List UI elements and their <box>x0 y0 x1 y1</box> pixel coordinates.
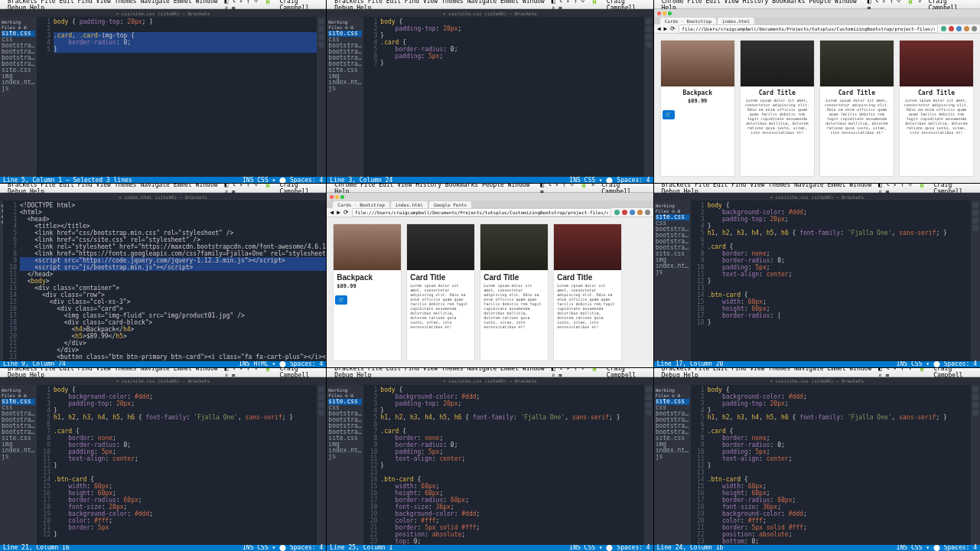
address-bar[interactable]: ◀ ▶ ⟳ <box>654 24 980 34</box>
right-strip[interactable] <box>317 17 326 177</box>
code-editor[interactable]: 123456789101112131415161718body { backgr… <box>691 201 971 360</box>
code-editor[interactable]: 1234567891011121314151617181920212223242… <box>3 201 326 360</box>
pane-browser-2: Chrome File Edit View History Bookmarks … <box>327 184 653 367</box>
ext-icon[interactable] <box>964 26 969 31</box>
card-image <box>334 224 401 270</box>
card-text: Lorem ipsum dolor sit amet, consectetur … <box>410 283 471 329</box>
pane-editor-1: Brackets File Edit Find View Themes Navi… <box>0 0 326 183</box>
sidebar-files: site.csscssbootstrap-sp.cssbootstrap-sp.… <box>2 31 35 92</box>
grid-layout: Brackets File Edit Find View Themes Navi… <box>0 0 980 551</box>
url-input[interactable] <box>679 24 938 33</box>
card-image <box>661 41 734 86</box>
product-card: Card Title Lorem ipsum dolor sit amet, c… <box>480 223 549 360</box>
card-text: Lorem ipsum dolor sit amet, consectetur … <box>744 98 811 135</box>
card-text: Lorem ipsum dolor sit amet, consectetur … <box>483 283 545 329</box>
product-card: Card Title Lorem ipsum dolor sit amet, c… <box>406 223 475 360</box>
pane-browser-1: Chrome File Edit View History Bookmarks … <box>654 0 980 183</box>
statusbar: Line 5, Column 1 — Selected 3 linesINS C… <box>0 177 326 183</box>
pane-editor-6: Brackets File Edit Find View Themes Navi… <box>654 184 980 367</box>
card-title: Card Title <box>903 90 970 96</box>
card-title: Card Title <box>557 273 618 282</box>
card-title: Card Title <box>744 90 811 96</box>
pane-editor-8: Brackets File Edit Find View Themes Navi… <box>327 368 653 551</box>
card-title: Backpack <box>664 90 731 96</box>
product-card: Card Title Lorem ipsum dolor sit amet, c… <box>819 40 894 177</box>
card-text: Lorem ipsum dolor sit amet, consectetur … <box>903 98 970 135</box>
pane-editor-9: Brackets File Edit Find View Themes Navi… <box>654 368 980 551</box>
tab: Cards · Bootstrap <box>660 18 716 24</box>
code-editor[interactable]: 1234567891011121314151617181920212223242… <box>691 385 971 545</box>
card-image <box>554 224 621 270</box>
add-to-cart-button[interactable]: 🛒 <box>663 110 675 119</box>
url-input[interactable] <box>352 208 611 217</box>
sidebar[interactable]: Working Files ⚙ ⊞ site.csscssbootstrap-s… <box>0 17 37 177</box>
product-card: Card Title Lorem ipsum dolor sit amet, c… <box>553 223 622 360</box>
ext-icon[interactable] <box>972 26 977 31</box>
ext-icon[interactable] <box>941 26 946 31</box>
code-editor[interactable]: 1234567891011121314151617181920212223242… <box>363 385 643 545</box>
menubar[interactable]: Chrome File Edit View History Bookmarks … <box>654 0 980 9</box>
card-title: Card Title <box>483 273 545 282</box>
card-image <box>407 224 474 270</box>
card-image <box>820 41 894 86</box>
nav-back[interactable]: ◀ <box>657 25 661 32</box>
card-title: Card Title <box>823 90 890 96</box>
product-card: Backpack $89.99 🛒 <box>660 40 735 177</box>
page-content: Backpack $89.99 🛒 Card Title Lorem ipsum… <box>654 34 980 183</box>
code-editor[interactable]: 12345 body { padding-top: 20px; } .card,… <box>37 17 317 177</box>
card-title: Backpack <box>337 273 398 282</box>
pane-editor-html: Brackets File Edit Find View Themes Navi… <box>0 184 326 367</box>
product-card: Backpack $89.99 🛒 <box>333 223 402 360</box>
reload-icon[interactable]: ⟳ <box>670 25 676 32</box>
pane-editor-2: Brackets File Edit Find View Themes Navi… <box>327 0 653 183</box>
ext-icon[interactable] <box>949 26 954 31</box>
card-image <box>900 41 973 86</box>
card-image <box>480 224 548 270</box>
traffic-lights[interactable] <box>657 11 672 15</box>
ext-icon[interactable] <box>956 26 962 31</box>
browser-tabs[interactable]: Cards · Bootstrap index.html <box>654 17 980 24</box>
pane-editor-7: Brackets File Edit Find View Themes Navi… <box>0 368 326 551</box>
card-price: $89.99 <box>664 98 731 104</box>
tab: index.html <box>718 18 754 24</box>
card-title: Card Title <box>410 273 471 282</box>
card-text: Lorem ipsum dolor sit amet, consectetur … <box>557 283 618 329</box>
card-image <box>741 41 814 86</box>
tab-title: × css/site.css (site06) — Brackets <box>0 9 326 17</box>
product-card: Card Title Lorem ipsum dolor sit amet, c… <box>740 40 815 177</box>
card-text: Lorem ipsum dolor sit amet, consectetur … <box>823 98 890 135</box>
code-editor[interactable]: 12345678910111213141516171819202122body … <box>37 385 317 545</box>
window-chrome <box>654 9 980 17</box>
add-to-cart-button[interactable]: 🛒 <box>335 295 347 305</box>
menubar[interactable]: Brackets File Edit Find View Themes Navi… <box>0 0 326 9</box>
nav-fwd[interactable]: ▶ <box>663 25 667 32</box>
page-content: Backpack $89.99 🛒 Card Title Lorem ipsum… <box>327 217 653 367</box>
card-price: $89.99 <box>337 283 398 289</box>
menubar[interactable]: Brackets File Edit Find View Themes Navi… <box>327 0 653 9</box>
product-card: Card Title Lorem ipsum dolor sit amet, c… <box>899 40 974 177</box>
code-editor[interactable]: 1234567 body { padding-top: 20px;}.card … <box>363 17 643 177</box>
